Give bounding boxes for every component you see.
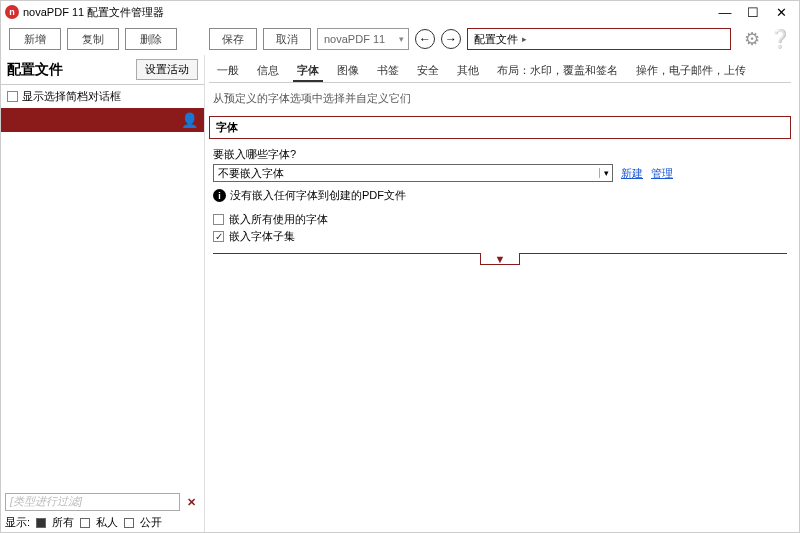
- tabs: 一般 信息 字体 图像 书签 安全 其他 布局：水印，覆盖和签名 操作，电子邮件…: [209, 55, 791, 82]
- show-label: 显示:: [5, 515, 30, 530]
- nav-prev-button[interactable]: ←: [415, 29, 435, 49]
- embed-all-option[interactable]: 嵌入所有使用的字体: [209, 211, 791, 228]
- embed-subset-label: 嵌入字体子集: [229, 229, 295, 244]
- new-button[interactable]: 新增: [9, 28, 61, 50]
- checkbox-icon: [213, 214, 224, 225]
- breadcrumb[interactable]: 配置文件 ▸: [467, 28, 731, 50]
- tab-description: 从预定义的字体选项中选择并自定义它们: [209, 89, 791, 116]
- copy-button[interactable]: 复制: [67, 28, 119, 50]
- cancel-button[interactable]: 取消: [263, 28, 311, 50]
- content-pane: 一般 信息 字体 图像 书签 安全 其他 布局：水印，覆盖和签名 操作，电子邮件…: [205, 55, 799, 532]
- user-icon[interactable]: 👤: [181, 112, 198, 128]
- maximize-button[interactable]: ☐: [739, 3, 767, 21]
- tab-layout[interactable]: 布局：水印，覆盖和签名: [493, 59, 622, 82]
- app-icon: n: [5, 5, 19, 19]
- section-divider: ▼: [213, 253, 787, 266]
- filter-public-label: 公开: [140, 515, 162, 530]
- embed-all-label: 嵌入所有使用的字体: [229, 212, 328, 227]
- tab-bookmarks[interactable]: 书签: [373, 59, 403, 82]
- filter-all-label: 所有: [52, 515, 74, 530]
- tab-actions[interactable]: 操作，电子邮件，上传: [632, 59, 750, 82]
- embed-subset-option[interactable]: ✓ 嵌入字体子集: [209, 228, 791, 245]
- show-filter-row: 显示: 所有 私人 公开: [1, 513, 204, 532]
- checkbox-icon: [7, 91, 18, 102]
- toolbar: 新增 复制 删除 保存 取消 novaPDF 11 ← → 配置文件 ▸ ⚙ ❔: [1, 23, 799, 55]
- chevron-right-icon: ▸: [522, 34, 527, 44]
- sidebar-heading: 配置文件: [7, 61, 63, 79]
- embed-fonts-value: 不要嵌入字体: [218, 166, 284, 181]
- tab-security[interactable]: 安全: [413, 59, 443, 82]
- embed-which-label: 要嵌入哪些字体?: [209, 147, 791, 164]
- manage-link[interactable]: 管理: [651, 166, 673, 181]
- info-icon: i: [213, 189, 226, 202]
- filter-public-checkbox[interactable]: [124, 518, 134, 528]
- gear-icon[interactable]: ⚙: [741, 28, 763, 50]
- profile-selector[interactable]: novaPDF 11: [317, 28, 409, 50]
- filter-private-label: 私人: [96, 515, 118, 530]
- checkbox-checked-icon: ✓: [213, 231, 224, 242]
- sidebar: 配置文件 设置活动 显示选择简档对话框 👤 [类型进行过滤] ✕ 显示: 所有 …: [1, 55, 205, 532]
- tab-info[interactable]: 信息: [253, 59, 283, 82]
- new-link[interactable]: 新建: [621, 166, 643, 181]
- save-button[interactable]: 保存: [209, 28, 257, 50]
- tab-general[interactable]: 一般: [213, 59, 243, 82]
- window-title: novaPDF 11 配置文件管理器: [23, 5, 711, 20]
- show-dialog-option[interactable]: 显示选择简档对话框: [1, 85, 204, 108]
- title-bar: n novaPDF 11 配置文件管理器 — ☐ ✕: [1, 1, 799, 23]
- chevron-down-icon: ▼: [495, 253, 506, 265]
- delete-button[interactable]: 删除: [125, 28, 177, 50]
- profile-selector-value: novaPDF 11: [324, 33, 385, 45]
- embed-fonts-combo[interactable]: 不要嵌入字体: [213, 164, 613, 182]
- tab-other[interactable]: 其他: [453, 59, 483, 82]
- nav-next-button[interactable]: →: [441, 29, 461, 49]
- collapse-handle[interactable]: ▼: [480, 253, 520, 265]
- tab-images[interactable]: 图像: [333, 59, 363, 82]
- show-dialog-label: 显示选择简档对话框: [22, 89, 121, 104]
- set-active-button[interactable]: 设置活动: [136, 59, 198, 80]
- info-text: 没有嵌入任何字体到创建的PDF文件: [230, 188, 406, 203]
- tab-fonts[interactable]: 字体: [293, 59, 323, 82]
- sidebar-user-strip: 👤: [1, 108, 204, 132]
- clear-filter-button[interactable]: ✕: [182, 493, 200, 511]
- minimize-button[interactable]: —: [711, 3, 739, 21]
- section-title: 字体: [209, 116, 791, 139]
- filter-input[interactable]: [类型进行过滤]: [5, 493, 180, 511]
- help-icon[interactable]: ❔: [769, 28, 791, 50]
- filter-private-checkbox[interactable]: [80, 518, 90, 528]
- close-button[interactable]: ✕: [767, 3, 795, 21]
- breadcrumb-root: 配置文件: [474, 32, 518, 47]
- filter-all-checkbox[interactable]: [36, 518, 46, 528]
